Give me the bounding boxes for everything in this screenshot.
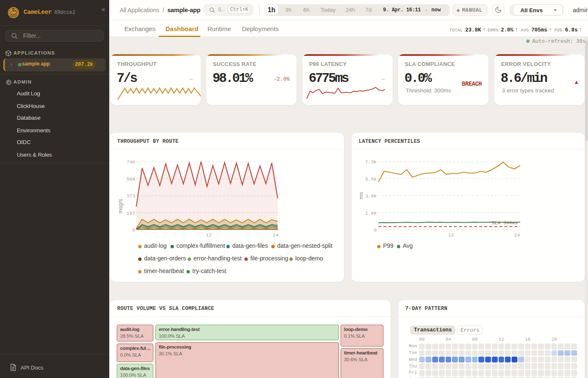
svg-text:746: 746 (126, 159, 135, 165)
svg-text:12: 12 (448, 232, 454, 238)
svg-text:1.8k: 1.8k (365, 210, 377, 216)
svg-text:373: 373 (126, 193, 135, 199)
svg-text:24: 24 (514, 232, 520, 238)
svg-text:SLA 300ms: SLA 300ms (492, 220, 518, 226)
svg-text:7.3k: 7.3k (365, 159, 377, 165)
svg-text:0: 0 (374, 227, 377, 233)
svg-text:187: 187 (126, 210, 135, 216)
svg-text:3.6k: 3.6k (365, 193, 377, 199)
svg-text:12: 12 (206, 232, 212, 238)
svg-text:24: 24 (273, 232, 278, 238)
svg-text:msg/s: msg/s (117, 199, 123, 213)
svg-text:5.5k: 5.5k (365, 176, 377, 182)
svg-text:ms: ms (358, 192, 364, 200)
svg-text:568: 568 (126, 176, 135, 182)
svg-text:0: 0 (132, 227, 135, 233)
